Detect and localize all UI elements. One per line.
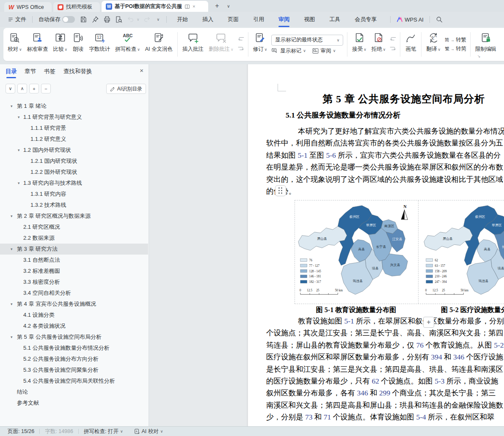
previous-comment-icon[interactable] bbox=[237, 36, 245, 43]
document-page[interactable]: 第 5 章 公共服务设施空间布局分析 5.1 公共服务设施数量分布情况分析 本研… bbox=[248, 64, 504, 426]
toc-item[interactable]: 3.2 标准差椭圆 bbox=[0, 266, 148, 277]
figure-table[interactable]: 屏山县珙县筠连县南溪区长宁县高县兴文县江安县叙州区翠屏区N7677 - 1271… bbox=[295, 200, 504, 304]
show-markup-button[interactable]: 显示标记∨ bbox=[271, 47, 306, 55]
toc-item[interactable]: ▾1.1 研究背景与研究意义 bbox=[0, 112, 148, 123]
print-icon[interactable] bbox=[103, 16, 111, 23]
ribbon-tab-引用[interactable]: 引用 bbox=[249, 14, 268, 25]
ribbon-tab-插入[interactable]: 插入 bbox=[198, 14, 218, 25]
ribbon-tab-审阅[interactable]: 审阅 bbox=[274, 14, 294, 25]
collapse-all-button[interactable]: ∨ bbox=[6, 84, 15, 93]
ai-proofread-status[interactable]: A AI 校对 ∨ bbox=[134, 428, 163, 435]
ribbon-tab-开始[interactable]: 开始 bbox=[173, 14, 192, 25]
redo-icon[interactable] bbox=[143, 16, 151, 23]
sidebar-tab-find-replace[interactable]: 查找和替换 bbox=[63, 68, 92, 75]
traditional-to-simplified-button[interactable]: 繁→ 转简 bbox=[445, 45, 466, 52]
toc-item[interactable]: 5.4 公共服务设施空间布局关联性分析 bbox=[0, 376, 148, 387]
file-menu[interactable]: 文件 bbox=[5, 14, 29, 25]
standard-review-button[interactable]: 标准审查 bbox=[25, 30, 51, 59]
undo-caret-icon[interactable]: ∨ bbox=[137, 17, 140, 22]
side-by-side-icon[interactable] bbox=[185, 4, 190, 9]
toc-item[interactable]: ▾第 1 章 绪论 bbox=[0, 101, 148, 112]
sidebar-tab-contents[interactable]: 目录 bbox=[6, 68, 17, 75]
toc-collapse-icon[interactable]: ▾ bbox=[18, 145, 20, 156]
accept-button[interactable]: 接受∨ bbox=[350, 30, 369, 59]
wps-ai-button[interactable]: WPS AI bbox=[394, 15, 426, 25]
simplified-to-traditional-button[interactable]: 简→ 转繁 bbox=[445, 36, 466, 44]
next-change-icon[interactable] bbox=[389, 46, 397, 53]
toc-collapse-icon[interactable]: ▾ bbox=[18, 178, 20, 189]
toc-item[interactable]: 结论 bbox=[0, 387, 148, 398]
toc-collapse-icon[interactable]: ▾ bbox=[11, 244, 13, 255]
toc-collapse-icon[interactable]: ▾ bbox=[11, 211, 13, 222]
read-aloud-button[interactable]: 朗读 bbox=[70, 30, 86, 59]
autosave-toggle[interactable] bbox=[62, 16, 75, 23]
tab-active-document[interactable]: W 基于POI数据的宜宾市公共服 × bbox=[102, 1, 208, 12]
toc-collapse-icon[interactable]: ▾ bbox=[11, 101, 13, 112]
insert-comment-button[interactable]: 插入批注 bbox=[180, 30, 206, 59]
insert-plus-button[interactable]: + bbox=[423, 317, 434, 328]
autosave-control[interactable]: 自动保存 bbox=[36, 14, 77, 25]
pin-icon[interactable] bbox=[91, 16, 99, 23]
ribbon-tab-视图[interactable]: 视图 bbox=[300, 14, 319, 25]
sidebar-tab-bookmarks[interactable]: 书签 bbox=[44, 68, 55, 75]
zoom-in-outline-button[interactable]: + bbox=[29, 84, 39, 93]
toc-item[interactable]: 3.4 空间自相关分析 bbox=[0, 288, 148, 299]
toc-item[interactable]: 参考文献 bbox=[0, 398, 148, 409]
review-pane-button[interactable]: 审阅∨ bbox=[312, 47, 336, 55]
ribbon-tab-会员专享[interactable]: 会员专享 bbox=[350, 14, 381, 25]
toc-item[interactable]: ▾第 5 章 公共服务设施空间布局分析 bbox=[0, 332, 148, 343]
toc-item[interactable]: 1.3.1 研究内容 bbox=[0, 189, 148, 200]
toc-item[interactable]: ▾第 3 章 研究方法 bbox=[0, 244, 148, 255]
toc-item[interactable]: ▾第 2 章 研究区概况与数据来源 bbox=[0, 211, 148, 222]
next-comment-icon[interactable] bbox=[237, 46, 245, 53]
ribbon-tab-页面[interactable]: 页面 bbox=[223, 14, 243, 25]
previous-change-icon[interactable] bbox=[389, 36, 397, 43]
zoom-out-outline-button[interactable]: − bbox=[41, 84, 51, 93]
toc-item[interactable]: 2.1 研究区概况 bbox=[0, 222, 148, 233]
spell-check-button[interactable]: ABC 拼写检查∨ bbox=[113, 30, 143, 59]
toc-item[interactable]: ▾1.2 国内外研究现状 bbox=[0, 145, 148, 156]
toc-item[interactable]: 3.1 自然断点法 bbox=[0, 255, 148, 266]
spell-check-status[interactable]: 拼写检查: 打开 ∨ bbox=[84, 428, 123, 435]
toc-collapse-icon[interactable]: ▾ bbox=[11, 299, 13, 310]
toc-item[interactable]: 5.1 公共服务设施数量分布情况分析 bbox=[0, 343, 148, 354]
tab-wps-home[interactable]: W WPS Office bbox=[4, 2, 52, 12]
expand-all-button[interactable]: ∧ bbox=[17, 84, 27, 93]
toc-item[interactable]: 1.2.1 国内研究现状 bbox=[0, 156, 148, 167]
undo-icon[interactable] bbox=[127, 16, 135, 23]
delete-comment-button[interactable]: 删除批注∨ bbox=[206, 30, 236, 59]
group-expand-icon[interactable]: ↘ bbox=[477, 54, 481, 58]
sidebar-tab-chapters[interactable]: 章节 bbox=[25, 68, 36, 75]
word-count-button[interactable]: 12 字数统计 bbox=[86, 30, 113, 59]
save-icon[interactable] bbox=[80, 16, 87, 23]
toc-item[interactable]: 4.2 各类设施状况 bbox=[0, 321, 148, 332]
toc-item[interactable]: 1.2.2 国外研究现状 bbox=[0, 167, 148, 178]
ribbon-tab-工具[interactable]: 工具 bbox=[325, 14, 344, 25]
print-preview-icon[interactable] bbox=[115, 16, 123, 23]
toc-collapse-icon[interactable]: ▾ bbox=[11, 332, 13, 343]
tab-docer-templates[interactable]: 找稻壳模板 bbox=[53, 2, 100, 12]
toc-item[interactable]: 1.1.2 研究意义 bbox=[0, 134, 148, 145]
toc-item[interactable]: 5.2 公共服务设施分布方向分析 bbox=[0, 354, 148, 365]
close-sidebar-icon[interactable]: × bbox=[140, 67, 143, 74]
reject-button[interactable]: 拒绝∨ bbox=[369, 30, 388, 59]
toc-item[interactable]: 1.1.1 研究背景 bbox=[0, 123, 148, 134]
toc-item[interactable]: ▾1.3 研究内容与技术路线 bbox=[0, 178, 148, 189]
toc-item[interactable]: 5.3 公共服务设施空间聚集分析 bbox=[0, 365, 148, 376]
toolbar-caret-icon[interactable]: ∨ bbox=[157, 17, 160, 22]
toc-item[interactable]: ▾第 4 章 宜宾市公共服务设施概况 bbox=[0, 299, 148, 310]
toc-item[interactable]: 2.2 数据来源 bbox=[0, 233, 148, 244]
tab-list-caret-icon[interactable]: ∨ bbox=[224, 2, 233, 10]
toc-collapse-icon[interactable]: ▾ bbox=[18, 112, 20, 123]
new-tab-button[interactable]: + bbox=[213, 2, 221, 10]
track-changes-button[interactable]: 修订∨ bbox=[251, 30, 270, 59]
toc-item[interactable]: 1.3.2 技术路线 bbox=[0, 200, 148, 211]
markup-state-select[interactable]: 显示标记的最终状态 ∨ bbox=[271, 35, 343, 46]
search-icon[interactable] bbox=[435, 16, 443, 23]
toc-item[interactable]: 4.1 设施分类 bbox=[0, 310, 148, 321]
drag-handle[interactable] bbox=[275, 185, 286, 196]
close-tab-icon[interactable]: × bbox=[193, 4, 195, 9]
translate-button[interactable]: 文A 翻译∨ bbox=[424, 30, 443, 59]
ink-pen-button[interactable]: 画笔 bbox=[402, 30, 419, 59]
ai-recognize-toc-button[interactable]: AI识别目录 bbox=[106, 84, 146, 94]
